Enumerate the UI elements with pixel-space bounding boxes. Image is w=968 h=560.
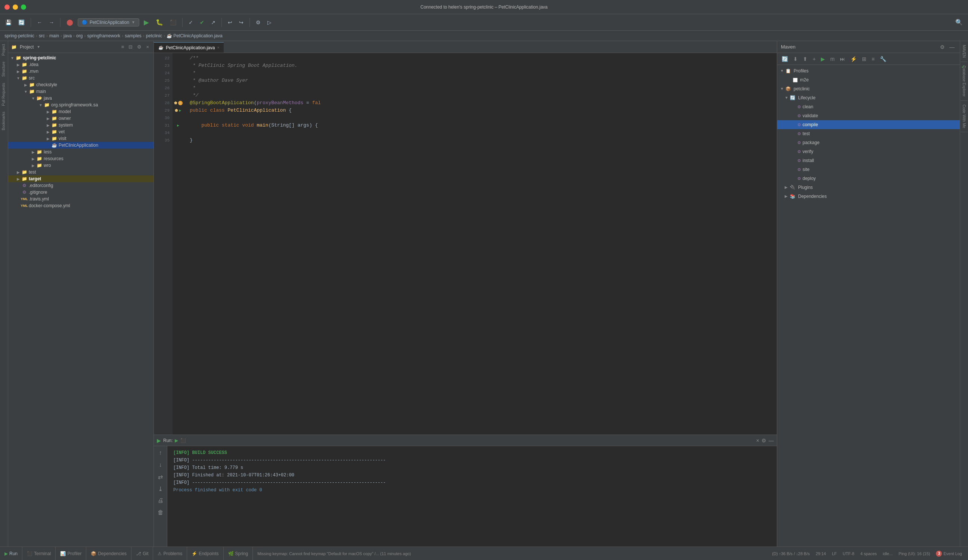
tree-item-model[interactable]: ▶ 📁 model xyxy=(8,108,154,115)
tree-item-wro[interactable]: ▶ 📁 wro xyxy=(8,162,154,169)
maximize-button[interactable] xyxy=(21,5,26,10)
right-tab-maven[interactable]: MAVEN xyxy=(961,41,968,62)
maven-item-test[interactable]: ⚙ test xyxy=(777,129,960,138)
pull-requests-side-label[interactable]: Pull Requests xyxy=(0,80,8,109)
breadcrumb-file[interactable]: PetClinicApplication.java xyxy=(173,33,222,38)
sync-button[interactable]: 🔄 xyxy=(16,18,27,27)
code-editor[interactable]: 22 23 24 25 26 27 28 29 30 31 34 35 xyxy=(154,53,777,434)
maven-item-install[interactable]: ⚙ install xyxy=(777,156,960,165)
maven-checkbox-m2e[interactable] xyxy=(793,78,798,83)
run-icon-29[interactable]: ▶ xyxy=(179,108,181,113)
breadcrumb-springframework[interactable]: springframework xyxy=(87,33,120,38)
breadcrumb-org[interactable]: org xyxy=(76,33,83,38)
tree-item-test[interactable]: ▶ 📁 test xyxy=(8,169,154,176)
tree-item-system[interactable]: ▶ 📁 system xyxy=(8,122,154,128)
coverage-button[interactable]: ✓ xyxy=(186,18,195,27)
maven-item-validate[interactable]: ⚙ validate xyxy=(777,111,960,120)
structure-side-label[interactable]: Structure xyxy=(0,59,8,80)
maven-expand-button[interactable]: 🔧 xyxy=(878,55,888,63)
tree-item-target[interactable]: ▶ 📁 target xyxy=(8,176,154,182)
breadcrumb-samples[interactable]: samples xyxy=(125,33,141,38)
run-button[interactable]: ▶ xyxy=(141,17,151,28)
breadcrumb-petclinic[interactable]: petclinic xyxy=(146,33,162,38)
tree-item-resources[interactable]: ▶ 📁 resources xyxy=(8,155,154,162)
save-button[interactable]: 💾 xyxy=(3,18,14,27)
tree-item-less[interactable]: ▶ 📁 less xyxy=(8,149,154,155)
event-log-badge[interactable]: 3 Event Log xyxy=(936,551,962,557)
maven-item-clean[interactable]: ⚙ clean xyxy=(777,102,960,111)
stop-debug-button[interactable]: ⬤ xyxy=(64,17,75,27)
code-content[interactable]: /** * PetClinic Spring Boot Application.… xyxy=(184,53,777,434)
settings-panel-button[interactable]: ⚙ xyxy=(136,43,143,50)
scroll-end-button[interactable]: ⤓ xyxy=(155,484,166,494)
project-side-label[interactable]: Project xyxy=(0,41,8,59)
scroll-down-button[interactable]: ↓ xyxy=(155,460,166,470)
maven-item-site[interactable]: ⚙ site xyxy=(777,165,960,174)
maven-filter-button[interactable]: ≡ xyxy=(870,55,876,63)
expand-button[interactable]: ⊟ xyxy=(127,43,134,50)
tree-item-gitignore[interactable]: ⚙ .gitignore xyxy=(8,189,154,196)
settings-button[interactable]: ⚙ xyxy=(254,18,263,27)
tree-item-editorconfig[interactable]: ⚙ .editorconfig xyxy=(8,182,154,189)
maven-skip-button[interactable]: ⏭ xyxy=(839,55,847,63)
maven-m-button[interactable]: m xyxy=(829,55,836,63)
search-button[interactable]: 🔍 xyxy=(953,17,965,27)
tree-item-src[interactable]: ▼ 📁 src xyxy=(8,75,154,81)
minimize-button[interactable] xyxy=(13,5,18,10)
print-button[interactable]: 🖨 xyxy=(155,495,166,506)
debug-button[interactable]: 🐛 xyxy=(154,17,166,27)
maven-settings-button[interactable]: ⚙ xyxy=(938,43,946,51)
maven-sync-button[interactable]: ⬇ xyxy=(792,55,799,63)
status-tab-git[interactable]: ⎇ Git xyxy=(131,547,153,560)
run-panel-minimize-button[interactable]: — xyxy=(769,437,774,444)
checkmark-button[interactable]: ✔ xyxy=(197,18,207,27)
breadcrumb-java[interactable]: java xyxy=(63,33,72,38)
tab-close-button[interactable]: × xyxy=(217,46,219,50)
status-tab-spring[interactable]: 🌿 Spring xyxy=(224,547,253,560)
traffic-lights[interactable] xyxy=(5,5,26,10)
tree-item-spring-petclinic[interactable]: ▼ 📁 spring-petclinic xyxy=(8,55,154,61)
maven-item-profiles[interactable]: ▼ 📋 Profiles xyxy=(777,66,960,75)
run-panel-settings-button[interactable]: ⚙ xyxy=(761,437,766,444)
close-button[interactable] xyxy=(5,5,10,10)
revert2-button[interactable]: ↪ xyxy=(237,18,246,27)
revert-button[interactable]: ↩ xyxy=(225,18,235,27)
breadcrumb-spring-petclinic[interactable]: spring-petclinic xyxy=(5,33,34,38)
stop-button[interactable]: ⬛ xyxy=(168,18,179,27)
tree-item-visit[interactable]: ▶ 📁 visit xyxy=(8,135,154,142)
scroll-up-button[interactable]: ↑ xyxy=(155,447,166,458)
status-tab-terminal[interactable]: ⬛ Terminal xyxy=(22,547,56,560)
maven-item-m2e[interactable]: m2e xyxy=(777,75,960,84)
status-tab-profiler[interactable]: 📊 Profiler xyxy=(56,547,86,560)
profile-button[interactable]: ▷ xyxy=(265,18,274,27)
collapse-all-button[interactable]: ≡ xyxy=(120,43,126,50)
tree-item-petclinicapp[interactable]: ☕ PetClinicApplication xyxy=(8,142,154,149)
back-button[interactable]: ← xyxy=(35,18,45,27)
project-dropdown-arrow[interactable]: ▼ xyxy=(36,45,40,49)
editor-tab-petclinicapp[interactable]: ☕ PetClinicApplication.java × xyxy=(154,42,224,53)
delete-button[interactable]: 🗑 xyxy=(155,507,166,518)
maven-item-dependencies[interactable]: ▶ 📚 Dependencies xyxy=(777,192,960,201)
status-tab-dependencies[interactable]: 📦 Dependencies xyxy=(86,547,131,560)
bookmarks-side-label[interactable]: Bookmarks xyxy=(0,109,8,133)
run-icon-31[interactable]: ▶ xyxy=(177,123,179,128)
tree-item-mvn[interactable]: ▶ 📁 .mvn xyxy=(8,68,154,75)
maven-plus-button[interactable]: + xyxy=(811,55,817,63)
maven-item-petclinic[interactable]: ▼ 📦 petclinic xyxy=(777,84,960,93)
maven-item-verify[interactable]: ⚙ verify xyxy=(777,147,960,156)
breadcrumb-main[interactable]: main xyxy=(49,33,59,38)
maven-reload-button[interactable]: 🔄 xyxy=(780,55,789,63)
tree-item-owner[interactable]: ▶ 📁 owner xyxy=(8,115,154,122)
status-tab-run[interactable]: ▶ Run xyxy=(0,547,22,560)
right-tab-codewith[interactable]: Code With Me xyxy=(961,101,968,132)
maven-item-deploy[interactable]: ⚙ deploy xyxy=(777,174,960,183)
maven-add-button[interactable]: ⬆ xyxy=(801,55,809,63)
maven-item-plugins[interactable]: ▶ 🔌 Plugins xyxy=(777,183,960,192)
tree-item-idea[interactable]: ▶ 📁 .idea xyxy=(8,61,154,68)
tree-item-docker[interactable]: YML docker-compose.yml xyxy=(8,202,154,209)
maven-close-button[interactable]: — xyxy=(948,43,956,51)
tree-item-checkstyle[interactable]: ▶ 📁 checkstyle xyxy=(8,81,154,88)
maven-cols-button[interactable]: ⊞ xyxy=(860,55,868,63)
run-panel-play-button[interactable]: ▶ xyxy=(175,438,178,443)
run-panel-stop-button[interactable]: ⬛ xyxy=(181,438,186,443)
